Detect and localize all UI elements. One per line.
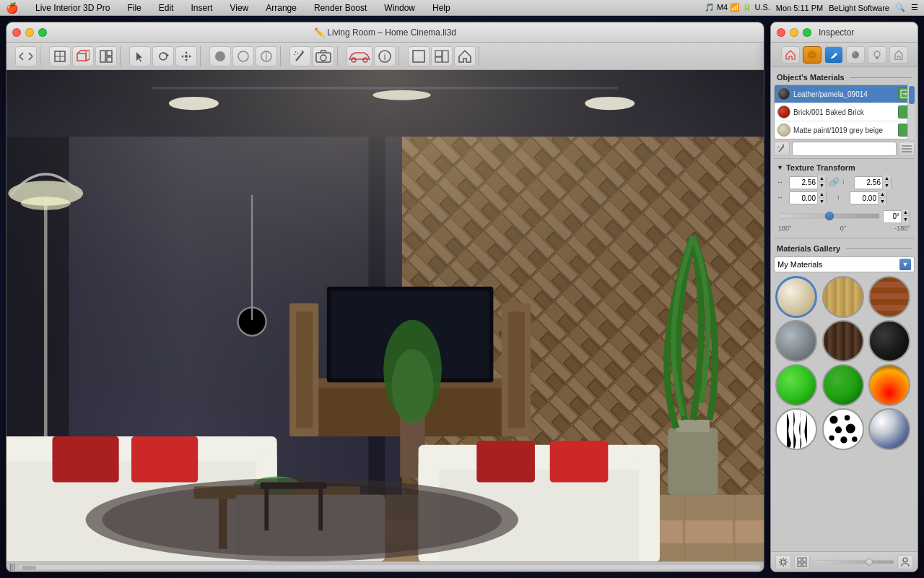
offset-y-down[interactable]: ▼	[878, 198, 886, 204]
apple-menu[interactable]: 🍎	[6, 2, 18, 14]
zoom-slider-thumb[interactable]	[866, 558, 873, 566]
viewport[interactable]	[6, 70, 764, 561]
horizontal-scrollbar[interactable]	[18, 564, 761, 570]
inspector-tab-house[interactable]	[781, 46, 800, 64]
toolbar-layout-btn[interactable]	[95, 46, 117, 66]
menu-bar: 🍎 Live Interior 3D Pro File Edit Insert …	[0, 0, 924, 16]
toolbar-home-view-btn[interactable]	[454, 46, 476, 66]
toolbar-viewport2-btn[interactable]	[431, 46, 453, 66]
toolbar-camera-btn[interactable]	[313, 46, 334, 66]
toolbar-floor-plan-btn[interactable]	[49, 46, 71, 66]
gallery-item-wood-light[interactable]	[822, 276, 864, 318]
rotation-up[interactable]: ▲	[901, 209, 910, 216]
toolbar-info-btn[interactable]: i	[374, 46, 396, 66]
height-stepper-up[interactable]: ▲	[882, 175, 891, 182]
materials-scroll-thumb[interactable]	[909, 86, 915, 104]
gallery-item-green-dark[interactable]	[822, 364, 864, 406]
gallery-item-dark-wood[interactable]	[822, 320, 864, 362]
height-input-wrapper: ▲ ▼	[854, 175, 892, 189]
material-search-field[interactable]	[792, 142, 897, 156]
gallery-item-black[interactable]	[868, 320, 910, 362]
maximize-button[interactable]	[38, 28, 47, 37]
toolbar-viewport1-btn[interactable]	[408, 46, 430, 66]
wand-button[interactable]	[774, 142, 790, 156]
material-item-brick[interactable]: Brick/001 Baked Brick	[775, 103, 914, 121]
menu-app-name[interactable]: Live Interior 3D Pro	[32, 3, 113, 13]
inspector-tab-light[interactable]	[868, 46, 886, 64]
inspector-tab-material[interactable]	[846, 46, 865, 64]
material-item-leather[interactable]: Leather/pamela_09014	[775, 85, 914, 103]
gallery-item-dalmatian[interactable]	[822, 408, 864, 450]
inspector-tab-edit[interactable]	[824, 46, 843, 64]
menu-arrange[interactable]: Arrange	[263, 3, 300, 13]
divider-2	[774, 238, 915, 238]
offset-y-up[interactable]: ▲	[878, 191, 886, 198]
rotation-down[interactable]: ▼	[901, 216, 910, 223]
menu-search-icon[interactable]: 🔍	[895, 3, 905, 12]
inspector-traffic-lights	[777, 28, 811, 37]
offset-y-label: ı	[837, 194, 847, 201]
inspector-grid-btn[interactable]	[794, 555, 810, 569]
gallery-item-zebra[interactable]	[775, 408, 817, 450]
menu-window[interactable]: Window	[381, 3, 418, 13]
zoom-slider[interactable]	[813, 560, 894, 564]
svg-point-111	[852, 436, 857, 441]
menu-help[interactable]: Help	[430, 3, 453, 13]
gallery-item-cream[interactable]	[775, 276, 817, 318]
viewport-bottom-scrollbar[interactable]: |||	[6, 561, 764, 571]
height-stepper-down[interactable]: ▼	[882, 182, 891, 189]
menu-file[interactable]: File	[124, 3, 144, 13]
traffic-lights	[12, 28, 47, 37]
list-options-btn[interactable]	[899, 142, 915, 156]
svg-point-89	[852, 51, 859, 59]
toolbar-ball-btn[interactable]	[209, 46, 231, 66]
width-stepper-up[interactable]: ▲	[817, 175, 826, 182]
inspector-max-btn[interactable]	[803, 28, 811, 37]
toolbar-3d-view-btn[interactable]	[72, 46, 94, 66]
inspector-tab-home2[interactable]	[889, 46, 908, 64]
toolbar-car-btn[interactable]	[346, 46, 372, 66]
inspector-close-btn[interactable]	[777, 28, 785, 37]
svg-point-17	[363, 58, 367, 62]
toolbar-halftone-btn[interactable]	[256, 46, 277, 66]
inspector-min-btn[interactable]	[790, 28, 798, 37]
dropdown-arrow-icon[interactable]: ▼	[899, 259, 911, 270]
gallery-item-brick[interactable]	[868, 276, 910, 318]
rotation-slider-track[interactable]	[778, 213, 880, 219]
objects-materials-label: Object's Materials	[777, 73, 845, 82]
material-item-matte[interactable]: Matte paint/1019 grey beige	[775, 121, 914, 139]
width-stepper-down[interactable]: ▼	[817, 182, 826, 189]
toolbar-orbit-btn[interactable]	[152, 46, 174, 66]
gallery-item-concrete[interactable]	[775, 320, 817, 362]
materials-scrollbar[interactable]	[907, 85, 915, 139]
height-stepper: ▲ ▼	[882, 175, 891, 189]
scrollbar-thumb[interactable]	[22, 566, 36, 570]
toolbar-magic-btn[interactable]	[289, 46, 311, 66]
menu-render-boost[interactable]: Render Boost	[311, 3, 370, 13]
menu-edit[interactable]: Edit	[156, 3, 177, 13]
menu-view[interactable]: View	[227, 3, 251, 13]
toolbar-select-btn[interactable]	[129, 46, 151, 66]
gallery-item-fire[interactable]	[868, 364, 910, 406]
svg-rect-116	[803, 563, 806, 566]
width-input-wrapper: ▲ ▼	[789, 175, 827, 189]
rotation-slider-thumb[interactable]	[825, 212, 834, 220]
svg-rect-22	[435, 57, 442, 62]
gallery-item-chrome[interactable]	[868, 408, 910, 450]
gallery-item-green-bright[interactable]	[775, 364, 817, 406]
width-stepper: ▲ ▼	[817, 175, 826, 189]
menu-insert[interactable]: Insert	[188, 3, 215, 13]
close-button[interactable]	[12, 28, 21, 37]
inspector-person-btn[interactable]	[897, 555, 913, 569]
toolbar-pan-btn[interactable]	[175, 46, 197, 66]
inspector-settings-btn[interactable]	[775, 555, 791, 569]
toolbar-outline-btn[interactable]	[232, 46, 254, 66]
minimize-button[interactable]	[25, 28, 34, 37]
offset-x-down[interactable]: ▼	[817, 198, 826, 204]
gallery-dropdown[interactable]: My Materials ▼	[774, 256, 915, 272]
toolbar-back-forward[interactable]	[15, 46, 37, 66]
inspector-tab-sphere[interactable]	[803, 46, 821, 64]
offset-x-up[interactable]: ▲	[817, 191, 826, 198]
menu-hamburger-icon[interactable]: ☰	[911, 3, 918, 12]
texture-transform-header[interactable]: ▼ Texture Transform	[774, 162, 915, 173]
